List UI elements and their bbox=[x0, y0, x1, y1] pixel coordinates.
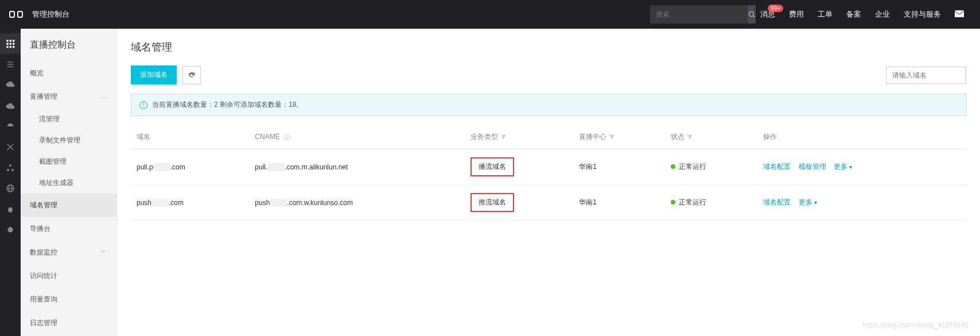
th-cname: CNAME ⓘ bbox=[249, 125, 465, 149]
main-content: 域名管理 添加域名 ! 当前直播域名数量：2 剩余可添加域名数量：18。 域名 … bbox=[117, 29, 980, 336]
sidebar-url-gen[interactable]: 地址生成器 bbox=[21, 172, 116, 194]
banner-text: 当前直播域名数量：2 剩余可添加域名数量：18。 bbox=[152, 100, 303, 110]
rail-cloud-icon[interactable] bbox=[0, 75, 21, 95]
nav-messages[interactable]: 消息 99+ bbox=[753, 9, 782, 20]
svg-point-20 bbox=[11, 169, 14, 171]
rail-list-icon[interactable] bbox=[0, 54, 21, 75]
svg-rect-7 bbox=[13, 40, 14, 41]
action-more[interactable]: 更多 bbox=[799, 198, 817, 206]
cell-cname: pull.xxxxx.com.m.alikunlun.net bbox=[249, 149, 465, 185]
svg-point-21 bbox=[9, 164, 11, 167]
toolbar: 添加域名 bbox=[131, 65, 966, 84]
rail-tools-icon[interactable] bbox=[0, 137, 21, 157]
svg-rect-1 bbox=[18, 11, 22, 17]
info-icon: ! bbox=[139, 101, 147, 109]
filter-icon: ⧩ bbox=[687, 133, 692, 140]
cell-actions: 域名配置 更多 bbox=[757, 185, 966, 221]
cell-domain: pull.pxxxxx.com bbox=[131, 149, 249, 185]
cell-live-center: 华南1 bbox=[573, 149, 665, 185]
messages-badge: 99+ bbox=[768, 5, 783, 12]
sidebar-stream-manage[interactable]: 流管理 bbox=[21, 109, 116, 130]
sidebar-title: 直播控制台 bbox=[21, 29, 116, 61]
rail-circle-icon[interactable] bbox=[0, 219, 21, 240]
table-row: pull.pxxxxx.com pull.xxxxx.com.m.alikunl… bbox=[131, 149, 966, 185]
svg-rect-6 bbox=[10, 40, 11, 41]
svg-rect-8 bbox=[6, 43, 8, 45]
rail-upload-icon[interactable] bbox=[0, 95, 21, 116]
svg-point-25 bbox=[8, 207, 13, 213]
domain-filter-input[interactable] bbox=[886, 67, 966, 84]
icon-rail bbox=[0, 29, 21, 336]
nav-mail-icon[interactable] bbox=[948, 10, 971, 19]
status-dot-icon bbox=[671, 164, 675, 169]
logo-icon bbox=[9, 9, 23, 20]
sidebar-overview[interactable]: 概览 bbox=[21, 61, 116, 85]
svg-rect-12 bbox=[10, 46, 11, 48]
th-action: 操作 bbox=[757, 125, 966, 149]
filter-icon: ⧩ bbox=[609, 133, 614, 140]
domain-table: 域名 CNAME ⓘ 业务类型⧩ 直播中心⧩ 状态⧩ 操作 pull.pxxxx… bbox=[131, 125, 966, 221]
action-more[interactable]: 更多 bbox=[834, 163, 852, 171]
sidebar-live-manage[interactable]: 直播管理︿ bbox=[21, 85, 116, 109]
sidebar-snapshot[interactable]: 截图管理 bbox=[21, 151, 116, 172]
rail-nodes-icon[interactable] bbox=[0, 157, 21, 178]
action-config[interactable]: 域名配置 bbox=[763, 198, 791, 206]
rail-bug-icon[interactable] bbox=[0, 199, 21, 219]
sidebar-record-file[interactable]: 录制文件管理 bbox=[21, 130, 116, 151]
cell-status: 正常运行 bbox=[665, 149, 758, 185]
chevron-down-icon: ﹀ bbox=[100, 248, 107, 257]
sidebar: 直播控制台 概览 直播管理︿ 流管理 录制文件管理 截图管理 地址生成器 域名管… bbox=[21, 29, 117, 336]
nav-cost[interactable]: 费用 bbox=[782, 9, 811, 20]
sidebar-director[interactable]: 导播台 bbox=[21, 217, 116, 241]
cell-actions: 域名配置 模板管理 更多 bbox=[757, 149, 966, 185]
svg-rect-13 bbox=[13, 46, 14, 48]
sidebar-log-manage[interactable]: 日志管理 bbox=[21, 311, 116, 335]
cell-biz-type: 推流域名 bbox=[465, 185, 573, 221]
th-biz-type[interactable]: 业务类型⧩ bbox=[465, 125, 573, 149]
refresh-button[interactable] bbox=[182, 66, 201, 84]
filter-icon: ⧩ bbox=[500, 133, 505, 140]
nav-record[interactable]: 备案 bbox=[839, 9, 868, 20]
search-box bbox=[650, 5, 753, 24]
chevron-up-icon: ︿ bbox=[100, 92, 107, 102]
svg-rect-5 bbox=[6, 40, 8, 41]
add-domain-button[interactable]: 添加域名 bbox=[131, 65, 177, 84]
nav-ticket[interactable]: 工单 bbox=[811, 9, 839, 20]
console-title: 管理控制台 bbox=[32, 9, 69, 20]
status-dot-icon bbox=[671, 200, 675, 204]
svg-rect-10 bbox=[13, 43, 14, 45]
cell-biz-type: 播流域名 bbox=[465, 149, 573, 185]
sidebar-data-monitor[interactable]: 数据监控﹀ bbox=[21, 241, 116, 264]
table-row: pushxxxxx.com pushxxxxx.com.w.kunlunso.c… bbox=[131, 185, 966, 221]
sidebar-usage-query[interactable]: 用量查询 bbox=[21, 288, 116, 311]
svg-point-19 bbox=[7, 169, 9, 171]
rail-globe-icon[interactable] bbox=[0, 178, 21, 199]
action-config[interactable]: 域名配置 bbox=[763, 163, 791, 171]
header-nav: 消息 99+ 费用 工单 备案 企业 支持与服务 bbox=[753, 9, 971, 20]
cell-live-center: 华南1 bbox=[573, 185, 665, 221]
sidebar-visit-stats[interactable]: 访问统计 bbox=[21, 264, 116, 288]
th-domain: 域名 bbox=[131, 125, 249, 149]
info-banner: ! 当前直播域名数量：2 剩余可添加域名数量：18。 bbox=[131, 94, 966, 116]
top-header: 管理控制台 消息 99+ 费用 工单 备案 企业 支持与服务 bbox=[0, 0, 980, 29]
cell-domain: pushxxxxx.com bbox=[131, 185, 249, 221]
cell-cname: pushxxxxx.com.w.kunlunso.com bbox=[249, 185, 465, 221]
nav-support[interactable]: 支持与服务 bbox=[897, 9, 948, 20]
nav-enterprise[interactable]: 企业 bbox=[868, 9, 897, 20]
th-live-center[interactable]: 直播中心⧩ bbox=[573, 125, 665, 149]
svg-rect-4 bbox=[955, 10, 964, 17]
svg-point-26 bbox=[7, 227, 13, 232]
search-input[interactable] bbox=[650, 10, 748, 18]
svg-rect-0 bbox=[10, 11, 14, 17]
rail-dash-icon[interactable] bbox=[0, 116, 21, 137]
help-icon[interactable]: ⓘ bbox=[284, 133, 290, 140]
cell-status: 正常运行 bbox=[665, 185, 758, 221]
action-template[interactable]: 模板管理 bbox=[799, 163, 826, 171]
svg-rect-11 bbox=[6, 46, 8, 48]
th-status[interactable]: 状态⧩ bbox=[665, 125, 758, 149]
page-title: 域名管理 bbox=[131, 40, 966, 54]
rail-apps-icon[interactable] bbox=[0, 33, 21, 54]
sidebar-domain-manage[interactable]: 域名管理 bbox=[21, 194, 116, 217]
svg-rect-9 bbox=[10, 43, 11, 45]
